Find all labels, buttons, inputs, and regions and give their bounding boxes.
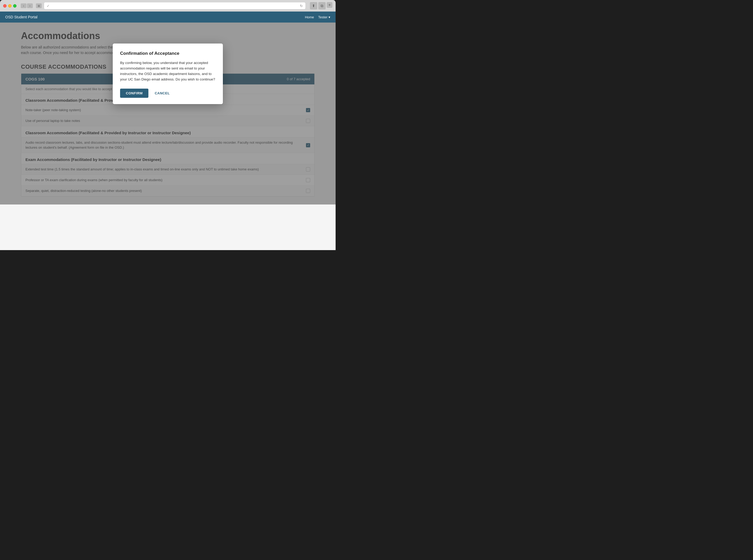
address-bar[interactable]: ✓ ↻ [44,2,306,9]
browser-chrome: ‹ › ⊞ ✓ ↻ ⬆ ⧉ + [0,0,336,12]
refresh-icon[interactable]: ↻ [300,4,303,8]
confirmation-dialog: Confirmation of Acceptance By confirming… [113,43,223,104]
traffic-light-red[interactable] [3,4,6,7]
nav-username: Tester [318,15,328,19]
dialog-title: Confirmation of Acceptance [120,51,216,56]
back-button[interactable]: ‹ [21,3,26,8]
cancel-button[interactable]: CANCEL [153,88,172,98]
app-window: OSD Student Portal Home Tester ▾ Confirm… [0,12,336,250]
share-button[interactable]: ⬆ [310,2,317,9]
new-tab-button[interactable]: + [327,2,333,8]
nav-user-menu[interactable]: Tester ▾ [318,15,330,19]
shield-icon: ✓ [47,4,49,8]
traffic-light-yellow[interactable] [8,4,12,7]
nav-buttons: ‹ › [21,3,33,8]
page-content: Confirmation of Acceptance By confirming… [0,23,336,204]
dropdown-icon: ▾ [329,15,330,19]
traffic-lights [3,4,17,7]
sidebar-button[interactable]: ⊞ [36,3,42,8]
toolbar-right: ⬆ ⧉ + [310,2,333,9]
confirm-button[interactable]: CONFIRM [120,88,148,98]
forward-button[interactable]: › [27,3,33,8]
browser-titlebar: ‹ › ⊞ ✓ ↻ ⬆ ⧉ + [3,2,333,12]
dialog-body: By confirming below, you understand that… [120,60,216,82]
app-title: OSD Student Portal [5,15,38,19]
dialog-actions: CONFIRM CANCEL [120,88,216,98]
tabs-button[interactable]: ⧉ [318,2,325,9]
app-nav: OSD Student Portal Home Tester ▾ [0,12,336,23]
traffic-light-green[interactable] [13,4,17,7]
app-nav-links: Home Tester ▾ [305,15,330,19]
nav-home-link[interactable]: Home [305,15,314,19]
